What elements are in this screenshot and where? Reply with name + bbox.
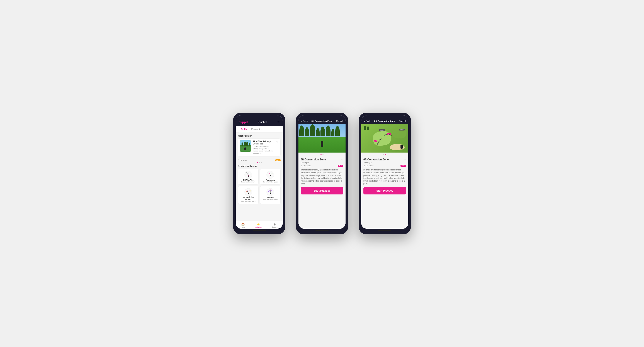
svg-point-20 <box>272 173 272 174</box>
dot-map-active <box>385 154 386 155</box>
scene: clippd Practice ☰ Drills Favourites Most… <box>224 100 420 247</box>
favourite-star-3[interactable]: ☆ <box>404 158 406 161</box>
skill-desc-approach: Dial-in to hit the green <box>263 181 278 183</box>
favourite-star-2[interactable]: ☆ <box>341 158 343 161</box>
phone-2: < Back 6ft Conversion Zone Cancel <box>296 113 348 234</box>
nav-activities-label: Activities <box>256 226 262 228</box>
skill-card-approach[interactable]: Approach Dial-in to hit the green <box>260 169 280 185</box>
phone-home-bar-2 <box>316 230 328 231</box>
golfer-map <box>400 145 403 149</box>
tree-8 <box>335 126 340 136</box>
map-scene: SAND FAIRWAY ROUGH Hit Miss <box>361 124 408 153</box>
app-header-1: clippd Practice ☰ <box>236 115 283 126</box>
drill-desc-2: 20 shots are randomly generated at dista… <box>301 168 343 185</box>
favourite-star-icon[interactable]: ☆ <box>276 140 278 143</box>
phone-3: < Back 6ft Conversion Zone Cancel SAND F… <box>359 113 411 234</box>
shots-row-3: ⏱ 20 shots ARG <box>364 165 406 167</box>
skill-card-putting[interactable]: Putting Make and lag practice <box>260 186 280 204</box>
svg-rect-4 <box>244 142 246 146</box>
tree-2 <box>305 127 309 136</box>
tree-7 <box>331 129 334 136</box>
image-dots-3 <box>361 153 408 156</box>
nav-home[interactable]: 🏠 Home <box>241 223 245 228</box>
drill-title-3: 6ft Conversion Zone <box>364 158 389 161</box>
detail-header-2: < Back 6ft Conversion Zone Cancel <box>298 115 346 124</box>
start-practice-button-2[interactable]: Start Practice <box>301 187 343 194</box>
detail-body-2: 6ft Conversion Zone 10-50 yds ☆ ⏱ 20 sho… <box>298 156 346 229</box>
tree-5 <box>320 127 325 136</box>
featured-drill-card[interactable]: Find The Fairway Off The Tee Create an i… <box>238 138 280 156</box>
tree-3 <box>310 124 315 136</box>
drill-map-3: SAND FAIRWAY ROUGH Hit Miss <box>361 124 408 153</box>
skill-card-atg[interactable]: Around The Green Hone your short game <box>238 186 258 204</box>
skill-desc-putting: Make and lag practice <box>263 198 278 200</box>
cancel-button-3[interactable]: Cancel <box>399 120 406 122</box>
svg-point-21 <box>244 188 252 196</box>
golf-course-scene <box>298 124 346 153</box>
dot-2 <box>259 162 260 163</box>
svg-point-22 <box>248 192 249 194</box>
drill-yardage-3: 10-50 yds <box>364 162 389 164</box>
tree-map-2 <box>367 126 369 130</box>
phone-notch-2 <box>314 113 330 117</box>
arg-badge-3: ARG <box>400 165 406 167</box>
skill-card-ott[interactable]: Off The Tee Power and accuracy <box>238 169 258 185</box>
drill-subtitle: Off The Tee <box>253 143 274 145</box>
drill-yardage-2: 10-50 yds <box>301 162 326 164</box>
start-practice-button-3[interactable]: Start Practice <box>364 187 406 194</box>
skill-desc-atg: Hone your short game <box>241 201 256 202</box>
shots-row-2: ⏱ 20 shots ARG <box>301 165 343 167</box>
skill-desc-ott: Power and accuracy <box>241 181 255 183</box>
svg-point-16 <box>266 171 274 178</box>
detail-title-header-2: 6ft Conversion Zone <box>312 120 333 122</box>
drill-desc-3: 20 shots are randomly generated at dista… <box>364 168 406 185</box>
ott-badge: OTT <box>275 159 280 161</box>
tree-map-1 <box>364 126 366 130</box>
card-dots <box>238 162 280 163</box>
screen-3: < Back 6ft Conversion Zone Cancel SAND F… <box>361 115 408 229</box>
detail-title-header-3: 6ft Conversion Zone <box>374 120 396 122</box>
tree-4 <box>316 128 320 136</box>
tree-6 <box>326 126 330 136</box>
home-icon: 🏠 <box>241 223 245 226</box>
svg-point-12 <box>248 175 249 177</box>
drill-title-2: 6ft Conversion Zone <box>301 158 326 161</box>
screen-1: clippd Practice ☰ Drills Favourites Most… <box>236 115 283 229</box>
app-logo: clippd <box>239 121 248 124</box>
detail-body-3: 6ft Conversion Zone 10-50 yds ☆ ⏱ 20 sho… <box>361 156 408 229</box>
dot-map-inactive <box>383 154 384 155</box>
nav-capture[interactable]: ⊕ Capture <box>272 223 278 228</box>
drill-info: Find The Fairway Off The Tee Create an i… <box>253 140 274 155</box>
tab-favourites[interactable]: Favourites <box>249 126 265 132</box>
phone-notch-1 <box>252 113 267 117</box>
cancel-button-2[interactable]: Cancel <box>336 120 343 122</box>
svg-rect-6 <box>249 143 250 146</box>
skill-name-atg: Around The Green <box>240 196 256 201</box>
phone-home-bar-3 <box>378 230 391 231</box>
drill-name: Find The Fairway <box>253 140 274 143</box>
nav-capture-label: Capture <box>272 226 278 228</box>
back-button-3[interactable]: < Back <box>364 120 370 122</box>
drill-shots: ⏱ 10 shots <box>238 159 247 161</box>
tabs-bar: Drills Favourites <box>236 126 283 133</box>
arg-badge-2: ARG <box>338 165 343 167</box>
tab-drills[interactable]: Drills <box>239 126 249 132</box>
dot-active <box>320 154 322 155</box>
drill-meta: ⏱ 10 shots OTT <box>238 158 280 161</box>
dot-1 <box>257 162 258 163</box>
screen-2: < Back 6ft Conversion Zone Cancel <box>298 115 346 229</box>
most-popular-label: Most Popular <box>238 135 280 137</box>
phone-notch-3 <box>377 113 392 117</box>
back-button-2[interactable]: < Back <box>301 120 308 122</box>
hamburger-icon[interactable]: ☰ <box>277 121 280 124</box>
nav-home-label: Home <box>241 226 245 228</box>
svg-rect-3 <box>242 143 243 146</box>
clock-icon-2: ⏱ <box>301 165 302 167</box>
shots-text-3: ⏱ 20 shots <box>364 165 374 167</box>
image-dots-2 <box>298 153 346 156</box>
trees-bg <box>298 126 346 136</box>
capture-icon: ⊕ <box>274 223 276 226</box>
dot-3 <box>261 162 262 163</box>
nav-activities[interactable]: ⚡ Activities <box>256 223 262 228</box>
header-title-1: Practice <box>258 121 267 124</box>
